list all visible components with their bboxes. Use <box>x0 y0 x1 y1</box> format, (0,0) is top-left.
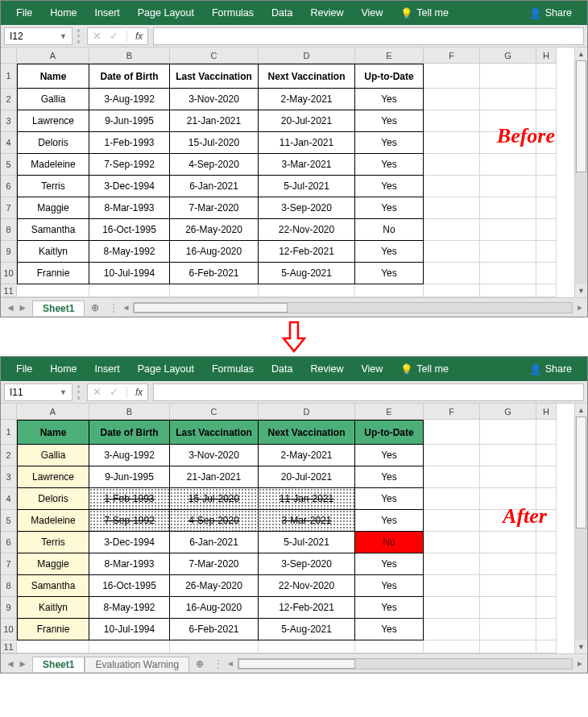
data-cell[interactable]: Yes <box>355 597 424 619</box>
data-cell[interactable]: 22-Nov-2020 <box>259 219 355 241</box>
cancel-icon[interactable]: ✕ <box>93 386 101 398</box>
empty-cell[interactable] <box>424 284 480 297</box>
ribbon-tab-pagelayout[interactable]: Page Layout <box>129 1 203 25</box>
empty-cell[interactable] <box>170 640 259 653</box>
empty-cell[interactable] <box>89 640 170 653</box>
name-box[interactable]: I11▼ <box>4 383 72 401</box>
vertical-scrollbar[interactable]: ▲▼ <box>574 48 587 297</box>
header-cell[interactable]: Date of Birth <box>89 64 170 89</box>
data-cell[interactable]: Madeleine <box>17 510 89 532</box>
scroll-up-icon[interactable]: ▲ <box>575 404 587 417</box>
data-cell[interactable]: 3-Sep-2020 <box>259 197 355 219</box>
vertical-scrollbar[interactable]: ▲▼ <box>574 404 587 653</box>
data-cell[interactable] <box>424 445 480 466</box>
ribbon-tellme[interactable]: 💡Tell me <box>391 357 458 381</box>
data-cell[interactable]: 21-Jan-2021 <box>170 110 259 132</box>
empty-cell[interactable] <box>536 640 557 653</box>
row-header[interactable]: 2 <box>1 445 17 466</box>
select-all-corner[interactable] <box>1 404 17 420</box>
add-sheet-button[interactable]: ⊕ <box>189 658 210 669</box>
data-cell[interactable]: 3-Nov-2020 <box>170 89 259 110</box>
header-cell[interactable]: Last Vaccination <box>170 64 259 89</box>
data-cell[interactable] <box>480 263 536 284</box>
ribbon-tab-insert[interactable]: Insert <box>86 357 129 381</box>
data-cell[interactable] <box>536 597 557 619</box>
data-cell[interactable]: Yes <box>355 466 424 488</box>
scroll-right-icon[interactable]: ► <box>576 659 584 668</box>
empty-cell[interactable] <box>17 284 89 297</box>
data-cell[interactable]: 6-Feb-2021 <box>170 263 259 284</box>
data-cell[interactable]: 22-Nov-2020 <box>259 575 355 597</box>
data-cell[interactable] <box>424 553 480 575</box>
data-cell[interactable] <box>536 132 557 154</box>
empty-cell[interactable] <box>355 284 424 297</box>
row-header[interactable]: 3 <box>1 110 17 132</box>
data-cell[interactable]: 4-Sep-2020 <box>170 154 259 176</box>
data-cell[interactable]: Yes <box>355 132 424 154</box>
data-cell[interactable]: 11-Jan-2021 <box>259 488 355 510</box>
data-cell[interactable]: 1-Feb-1993 <box>89 488 170 510</box>
data-cell[interactable]: Yes <box>355 241 424 263</box>
data-cell[interactable]: Yes <box>355 510 424 532</box>
data-cell[interactable]: 21-Jan-2021 <box>170 466 259 488</box>
data-cell[interactable] <box>424 241 480 263</box>
data-cell[interactable]: 20-Jul-2021 <box>259 110 355 132</box>
data-cell[interactable] <box>424 110 480 132</box>
column-header[interactable]: C <box>170 48 259 64</box>
column-header[interactable]: A <box>17 48 89 64</box>
scroll-down-icon[interactable]: ▼ <box>575 640 587 653</box>
tab-nav-arrows[interactable]: ◄ ► <box>1 302 32 313</box>
ribbon-share[interactable]: 👤Share <box>520 357 581 381</box>
data-cell[interactable] <box>536 553 557 575</box>
ribbon-share[interactable]: 👤Share <box>520 1 581 25</box>
data-cell[interactable] <box>424 132 480 154</box>
data-cell[interactable] <box>480 197 536 219</box>
data-cell[interactable]: No <box>355 219 424 241</box>
select-all-corner[interactable] <box>1 48 17 64</box>
data-cell[interactable]: Terris <box>17 176 89 197</box>
data-cell[interactable]: 10-Jul-1994 <box>89 619 170 640</box>
column-header[interactable]: D <box>259 404 355 420</box>
data-cell[interactable] <box>480 445 536 466</box>
sheet-tab-active[interactable]: Sheet1 <box>32 300 85 316</box>
data-cell[interactable] <box>424 575 480 597</box>
empty-cell[interactable] <box>480 640 536 653</box>
formula-bar[interactable] <box>153 27 584 45</box>
data-cell[interactable]: Gallia <box>17 445 89 466</box>
data-cell[interactable]: 7-Mar-2020 <box>170 197 259 219</box>
ribbon-tab-view[interactable]: View <box>352 1 391 25</box>
data-cell[interactable] <box>480 154 536 176</box>
column-header[interactable]: C <box>170 404 259 420</box>
divider-handle[interactable]: ⋮ <box>213 658 223 669</box>
data-cell[interactable]: 12-Feb-2021 <box>259 241 355 263</box>
data-cell[interactable] <box>424 89 480 110</box>
formula-bar[interactable] <box>153 383 584 401</box>
data-cell[interactable] <box>536 219 557 241</box>
empty-cell[interactable] <box>170 284 259 297</box>
accept-icon[interactable]: ✓ <box>110 386 118 398</box>
data-cell[interactable] <box>424 466 480 488</box>
data-cell[interactable] <box>424 154 480 176</box>
spreadsheet-grid[interactable]: 1234567891011ABCDEFGHNameDate of BirthLa… <box>1 48 587 297</box>
data-cell[interactable]: 4-Sep-2020 <box>170 510 259 532</box>
column-header[interactable]: D <box>259 48 355 64</box>
data-cell[interactable]: Terris <box>17 532 89 553</box>
ribbon-tab-formulas[interactable]: Formulas <box>203 1 263 25</box>
ribbon-tellme[interactable]: 💡Tell me <box>391 1 458 25</box>
data-cell[interactable]: Yes <box>355 89 424 110</box>
column-header[interactable]: B <box>89 404 170 420</box>
data-cell[interactable] <box>480 176 536 197</box>
data-cell[interactable] <box>536 619 557 640</box>
row-header[interactable]: 7 <box>1 553 17 575</box>
row-header[interactable]: 6 <box>1 532 17 553</box>
header-cell[interactable]: Next Vaccination <box>259 420 355 445</box>
data-cell[interactable]: Maggie <box>17 197 89 219</box>
data-cell[interactable]: 9-Jun-1995 <box>89 466 170 488</box>
data-cell[interactable]: 8-May-1992 <box>89 241 170 263</box>
data-cell[interactable]: Maggie <box>17 553 89 575</box>
data-cell[interactable]: Frannie <box>17 619 89 640</box>
data-cell[interactable]: 7-Sep-1992 <box>89 510 170 532</box>
empty-cell[interactable] <box>480 284 536 297</box>
data-cell[interactable]: 3-Aug-1992 <box>89 445 170 466</box>
ribbon-tab-insert[interactable]: Insert <box>86 1 129 25</box>
